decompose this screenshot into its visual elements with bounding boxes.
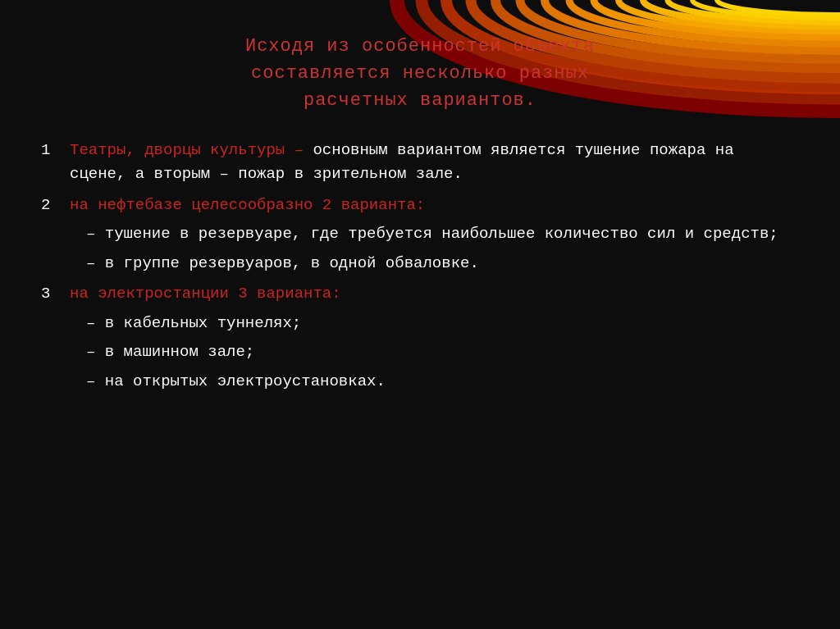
header-line2: составляется несколько разных: [251, 63, 589, 84]
item-title-1: Театры, дворцы культуры –: [70, 141, 313, 159]
item-title-2: на нефтебазе целесообразно 2 варианта:: [70, 196, 425, 214]
item-content-2: на нефтебазе целесообразно 2 варианта: –…: [70, 194, 799, 276]
list-item-2: 2 на нефтебазе целесообразно 2 варианта:…: [41, 194, 799, 276]
svg-point-10: [643, 0, 840, 26]
sub-item-2-1: – тушение в резервуаре, где требуется на…: [86, 222, 799, 246]
sub-item-3-1: – в кабельных туннелях;: [86, 312, 799, 335]
svg-point-11: [668, 0, 840, 22]
svg-point-12: [692, 0, 840, 18]
item-number-3: 3: [41, 282, 66, 394]
list-item-3: 3 на электростанции 3 варианта: – в кабе…: [41, 282, 799, 394]
item-number-1: 1: [41, 139, 66, 187]
item-title-3: на электростанции 3 варианта:: [70, 285, 341, 303]
header-line3: расчетных вариантов.: [304, 90, 536, 111]
svg-point-9: [619, 0, 840, 31]
sub-item-3-3: – на открытых электроустановках.: [86, 370, 799, 394]
content-area: 1 Театры, дворцы культуры – основным вар…: [41, 139, 799, 394]
slide: Исходя из особенностей объекта составляе…: [0, 0, 840, 629]
header-line1: Исходя из особенностей объекта: [245, 36, 595, 57]
item-number-2: 2: [41, 194, 66, 276]
svg-point-13: [717, 0, 840, 15]
sub-item-3-2: – в машинном зале;: [86, 340, 799, 364]
slide-header: Исходя из особенностей объекта составляе…: [41, 33, 799, 114]
list-item: 1 Театры, дворцы культуры – основным вар…: [41, 139, 799, 187]
svg-point-8: [594, 0, 840, 37]
item-content-1: Театры, дворцы культуры – основным вариа…: [70, 139, 799, 187]
item-content-3: на электростанции 3 варианта: – в кабель…: [70, 282, 799, 394]
sub-item-2-2: – в группе резервуаров, в одной обваловк…: [86, 252, 799, 276]
